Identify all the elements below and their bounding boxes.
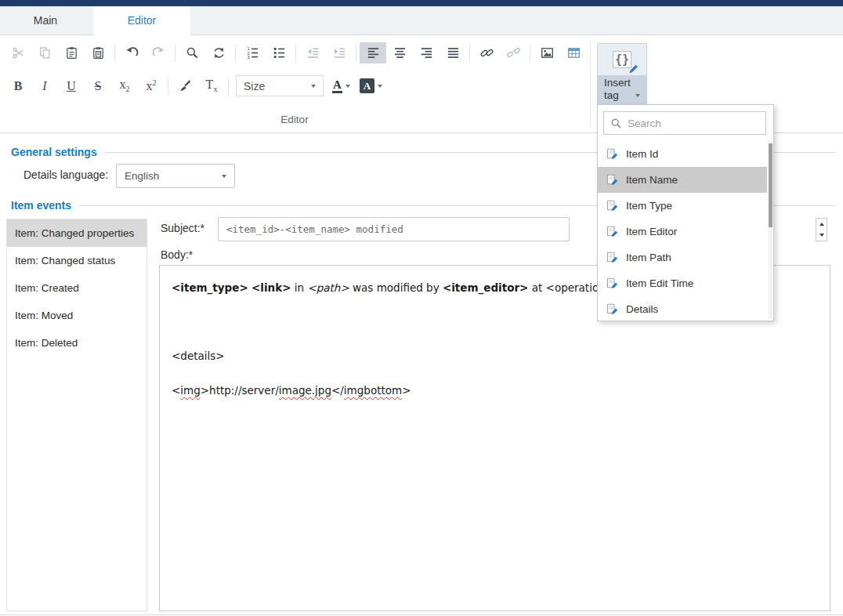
down-arrow-icon [819,234,824,237]
event-item-deleted[interactable]: Item: Deleted [7,329,147,357]
general-settings-heading: General settings [11,146,97,158]
toolbar-divider [356,45,356,62]
italic-button[interactable]: I [31,75,58,96]
body-line-1: <item_type> <link> in <path> was modifie… [172,281,628,294]
subject-label: Subject:* [161,222,204,234]
tag-page-icon [606,252,619,264]
copy-button [31,42,58,63]
event-item-changed-status[interactable]: Item: Changed status [7,247,147,274]
subject-input[interactable] [218,217,570,241]
align-center-button[interactable] [386,42,413,63]
strikethrough-button[interactable]: S [85,75,111,96]
paste-from-word-button[interactable] [85,42,111,63]
tag-page-icon [606,303,619,316]
ribbon-group-divider [590,42,591,126]
undo-button[interactable] [118,42,145,63]
tag-page-icon [606,277,619,290]
tag-page-icon [606,174,619,187]
underline-button[interactable]: U [58,75,85,96]
toolbar-divider [295,45,296,62]
spinner-down-button[interactable] [816,230,827,241]
table-icon [567,46,581,60]
tag-page-icon [606,200,619,212]
tag-item-details[interactable]: Details [598,296,767,322]
redo-button [145,42,172,63]
dropdown-scrollbar[interactable] [769,141,772,318]
format-brush-icon [179,79,192,92]
event-item-changed-properties[interactable]: Item: Changed properties [7,219,147,247]
chevron-down-icon [222,175,226,178]
tag-item-item-editor[interactable]: Item Editor [598,219,767,245]
tag-item-label: Item Name [626,174,678,186]
tag-item-list: Item Id Item Name Item Type Item Editor … [598,141,767,322]
increase-indent-button [326,42,353,63]
align-right-button[interactable] [413,42,440,63]
tag-search-input[interactable] [628,118,759,129]
format-brush-button[interactable] [172,75,198,96]
tab-main[interactable]: Main [0,6,91,34]
font-size-label: Size [244,80,265,92]
insert-tag-button[interactable]: {} Insert tag [597,43,647,105]
font-size-combobox[interactable]: Size [236,75,324,96]
tag-item-item-name[interactable]: Item Name [598,167,767,193]
increase-indent-icon [333,46,346,60]
event-item-created[interactable]: Item: Created [7,274,147,302]
background-color-icon: A [360,78,374,93]
tag-item-item-path[interactable]: Item Path [598,245,767,270]
details-language-label: Details language: [24,168,108,181]
bullet-list-button[interactable] [266,42,292,63]
toolbar-divider [168,78,168,95]
align-center-icon [393,46,407,60]
tag-item-label: Item Edit Time [626,277,693,289]
dropdown-scrollbar-thumb[interactable] [769,143,772,227]
remove-format-button[interactable]: Tx [198,75,225,96]
table-button[interactable] [560,42,587,63]
item-events-heading: Item events [11,199,71,212]
tag-item-item-edit-time[interactable]: Item Edit Time [598,270,767,296]
numbered-list-button[interactable]: 123 [239,42,266,63]
toolbar-divider [530,45,530,62]
numbered-list-icon: 123 [246,46,259,60]
underline-label: U [67,80,76,92]
align-left-button[interactable] [360,42,386,63]
pencil-icon [627,61,640,74]
svg-text:3: 3 [247,55,249,60]
bold-button[interactable]: B [5,75,31,96]
align-right-icon [420,46,433,60]
remove-format-label: Tx [206,78,218,93]
tab-editor[interactable]: Editor [93,6,190,36]
event-list: Item: Changed properties Item: Changed s… [6,219,147,611]
details-language-select[interactable]: English [116,164,235,188]
decrease-indent-button [299,42,326,63]
chevron-down-icon [311,85,316,88]
justify-icon [447,46,460,60]
details-language-value: English [125,170,159,182]
number-spinner[interactable] [816,218,827,241]
superscript-label: x2 [147,79,157,92]
unlink-button [500,42,526,63]
tag-item-item-id[interactable]: Item Id [598,141,767,167]
event-item-moved[interactable]: Item: Moved [7,302,147,329]
search-box [603,111,766,135]
superscript-button[interactable]: x2 [138,75,165,96]
insert-tag-label: Insert tag [604,77,631,101]
tag-item-item-type[interactable]: Item Type [598,193,767,219]
undo-icon [125,46,139,60]
paste-button[interactable] [58,42,85,63]
tab-main-label: Main [34,14,57,27]
chevron-down-icon [378,85,382,88]
link-button[interactable] [473,42,500,63]
paste-from-word-icon [92,46,105,60]
image-button[interactable] [534,42,560,63]
text-color-button[interactable]: A [327,75,355,96]
bottom-divider [0,614,843,615]
subscript-button[interactable]: x2 [111,75,138,96]
subscript-label: x2 [120,78,130,93]
find-button[interactable] [179,42,205,63]
background-color-button[interactable]: A [355,75,387,96]
tag-page-icon [606,226,619,238]
spinner-up-button[interactable] [816,219,827,230]
up-arrow-icon [819,223,824,226]
replace-button[interactable] [205,42,232,63]
justify-button[interactable] [440,42,466,63]
